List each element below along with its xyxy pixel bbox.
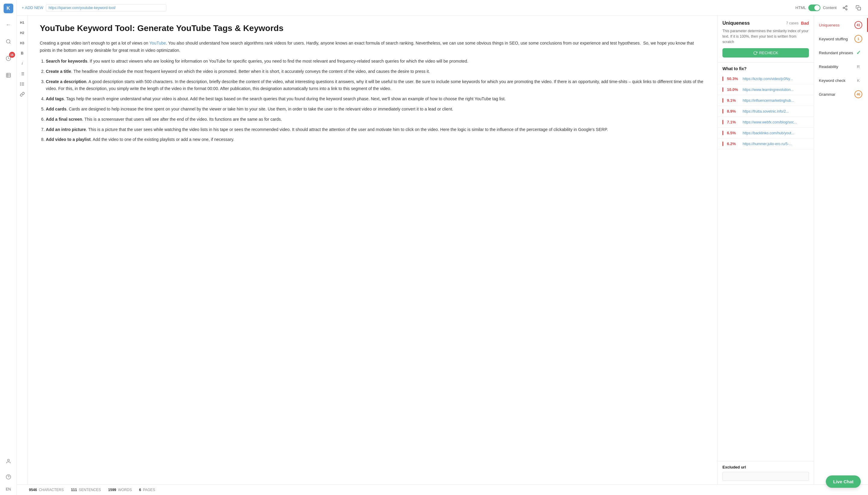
similarity-item[interactable]: 50.3% https://kzclip.com/video/jc0Ny... (718, 73, 814, 84)
youtube-link[interactable]: YouTube (149, 41, 166, 46)
editor-content[interactable]: Creating a great video isn't enough to g… (40, 40, 705, 146)
intro-paragraph: Creating a great video isn't enough to g… (40, 40, 705, 54)
excluded-url-section: Excluded url (718, 461, 814, 484)
unordered-list-button[interactable] (18, 80, 27, 88)
svg-line-14 (844, 6, 846, 7)
bold-button[interactable]: B (18, 49, 27, 58)
similarity-url[interactable]: https://www.webfx.com/blog/soc... (743, 120, 809, 124)
excluded-url-title: Excluded url (722, 465, 809, 470)
nav-item-readability[interactable]: Readability R (814, 59, 868, 73)
help-icon[interactable] (3, 472, 14, 482)
svg-point-7 (7, 459, 9, 461)
nav-item-label: Keyword stuffing (819, 37, 848, 41)
characters-count: 9546 (29, 488, 37, 492)
nav-item-keyword-check[interactable]: Keyword check K (814, 73, 868, 87)
list-item: Add an intro picture. This is a picture … (46, 126, 705, 133)
left-sidebar: K ← 16 EN (0, 0, 17, 495)
svg-point-10 (846, 5, 847, 7)
main-area: + ADD NEW https://kparser.com/youtube-ke… (17, 0, 868, 495)
h2-button[interactable]: H2 (18, 28, 27, 37)
similarity-percent: 8.9% (727, 109, 739, 114)
uniqueness-meta: 7 cases Bad (786, 21, 809, 25)
similarity-item[interactable]: 6.5% https://backlinko.com/hub/yout... (718, 128, 814, 138)
history-icon[interactable]: 16 (3, 53, 14, 64)
nav-item-grammar[interactable]: Grammar 46 (814, 87, 868, 101)
list-item: Add video to a playlist. Add the video t… (46, 136, 705, 143)
similarity-url[interactable]: https://backlinko.com/hub/yout... (743, 131, 809, 135)
nav-item-badge: 41 (854, 21, 862, 29)
nav-item-keyword-stuffing[interactable]: Keyword stuffing 1 (814, 32, 868, 46)
words-stat: 1599 WORDS (108, 488, 132, 492)
list-item: Add tags. Tags help the search engine un… (46, 96, 705, 103)
bad-badge: Bad (801, 21, 809, 25)
svg-line-1 (9, 42, 10, 44)
words-label: WORDS (118, 488, 132, 492)
url-display: https://kparser.com/youtube-keyword-tool… (46, 4, 166, 12)
similarity-item[interactable]: 8.9% https://frutta.sovetnic.info/2... (718, 106, 814, 117)
nav-item-label: Readability (819, 65, 838, 69)
similarity-url[interactable]: https://www.learningrevolution... (743, 88, 809, 92)
notification-badge: 16 (9, 52, 15, 58)
italic-button[interactable]: i (18, 59, 27, 68)
words-count: 1599 (108, 488, 116, 492)
view-toggle: HTML Content (796, 4, 837, 11)
similarity-item[interactable]: 10.0% https://www.learningrevolution... (718, 84, 814, 95)
toggle-switch[interactable] (808, 4, 820, 11)
similarity-accent (722, 141, 723, 146)
pages-stat: 6 PAGES (139, 488, 155, 492)
add-new-button[interactable]: + ADD NEW (22, 5, 44, 10)
uniqueness-section: Uniqueness 7 cases Bad This parameter de… (718, 16, 814, 63)
nav-item-badge: R (854, 63, 862, 70)
similarity-item[interactable]: 6.2% https://hummer.julio-ero.ru/5-... (718, 138, 814, 149)
svg-rect-15 (858, 7, 861, 10)
toolbar: + ADD NEW https://kparser.com/youtube-ke… (17, 0, 868, 16)
right-panel: Uniqueness 7 cases Bad This parameter de… (717, 16, 814, 484)
search-icon[interactable] (3, 36, 14, 47)
svg-point-11 (843, 7, 845, 8)
similarity-url[interactable]: https://influencermarketinghub... (743, 99, 809, 103)
sentences-stat: 111 SENTENCES (71, 488, 101, 492)
toolbar-left: + ADD NEW https://kparser.com/youtube-ke… (22, 4, 792, 12)
svg-rect-3 (6, 73, 11, 78)
svg-point-26 (20, 84, 20, 84)
nav-item-redundant-phrases[interactable]: Redundant phrases ✓ (814, 46, 868, 59)
nav-item-uniqueness[interactable]: Uniqueness 41 (814, 18, 868, 32)
user-icon[interactable] (3, 456, 14, 467)
documents-icon[interactable] (3, 70, 14, 81)
uniqueness-desc: This parameter determines the similarity… (722, 28, 809, 45)
sidebar-bottom: EN (3, 456, 14, 491)
svg-point-27 (20, 85, 20, 85)
similarity-item[interactable]: 7.1% https://www.webfx.com/blog/soc... (718, 117, 814, 128)
editor-area[interactable]: YouTube Keyword Tool: Generate YouTube T… (28, 16, 717, 484)
similarity-item[interactable]: 9.1% https://influencermarketinghub... (718, 95, 814, 106)
live-chat-button[interactable]: Live Chat (826, 475, 861, 488)
copy-icon[interactable] (853, 3, 863, 13)
similarity-url[interactable]: https://frutta.sovetnic.info/2... (743, 109, 809, 114)
language-indicator: EN (6, 487, 11, 491)
toolbar-right: HTML Content (796, 3, 863, 13)
format-sidebar: H1 H2 H3 B i (17, 16, 28, 484)
similarity-accent (722, 120, 723, 124)
similarity-url[interactable]: https://hummer.julio-ero.ru/5-... (743, 142, 809, 146)
nav-item-label: Keyword check (819, 78, 846, 83)
h3-button[interactable]: H3 (18, 38, 27, 48)
ordered-list-button[interactable] (18, 69, 27, 78)
similarity-list[interactable]: 50.3% https://kzclip.com/video/jc0Ny... … (718, 73, 814, 461)
list-item-heading: Create a description (46, 79, 86, 84)
h1-button[interactable]: H1 (18, 18, 27, 27)
back-icon[interactable]: ← (3, 19, 14, 30)
recheck-button[interactable]: RECHECK (722, 48, 809, 57)
recheck-label: RECHECK (759, 51, 779, 55)
list-item-heading: Add video to a playlist (46, 137, 91, 142)
svg-point-12 (846, 9, 847, 10)
link-button[interactable] (18, 90, 27, 99)
similarity-percent: 7.1% (727, 120, 739, 124)
similarity-accent (722, 76, 723, 81)
share-icon[interactable] (840, 3, 850, 13)
similarity-percent: 6.2% (727, 141, 739, 146)
list-item: Create a title. The headline should incl… (46, 68, 705, 75)
similarity-percent: 50.3% (727, 76, 739, 81)
similarity-url[interactable]: https://kzclip.com/video/jc0Ny... (743, 77, 809, 81)
similarity-accent (722, 131, 723, 135)
app-logo[interactable]: K (4, 4, 13, 13)
